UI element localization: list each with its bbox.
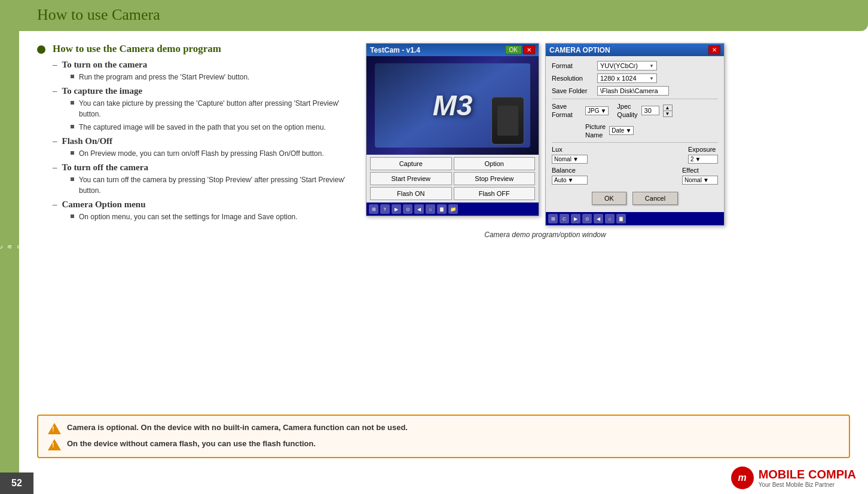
- flash-on-button[interactable]: Flash ON: [370, 187, 452, 200]
- taskbar-icon-5: ⌂: [426, 204, 435, 214]
- logo-tagline: Your Best Mobile Biz Partner: [759, 481, 856, 488]
- stop-preview-button[interactable]: Stop Preview: [454, 172, 536, 185]
- sub-item-4: To turn off the camera You can turn off …: [53, 162, 354, 196]
- bullet-text: Run the program and press the 'Start Pre…: [79, 72, 249, 82]
- save-folder-row: Save Folder \Flash Disk\Camera: [552, 86, 718, 96]
- logo-brand-colored: MOBILE: [759, 468, 805, 481]
- main-heading: How to use the Camera demo program: [53, 43, 221, 55]
- main-content: How to use Camera How to use the Camera …: [19, 0, 868, 494]
- bullet-text: The captured image will be saved in the …: [79, 122, 326, 133]
- sub-item-3: Flash On/Off On Preview mode, you can tu…: [53, 136, 354, 159]
- warning-triangle-icon-2: [48, 439, 61, 450]
- warning-triangle-icon: [48, 423, 61, 434]
- jpeg-quality-spinner[interactable]: ▲ ▼: [663, 105, 673, 117]
- balance-col: Balance Auto ▼: [552, 167, 588, 185]
- option-titlebar: CAMERA OPTION ✕: [546, 44, 724, 56]
- warning-item-1: Camera is optional. On the device with n…: [48, 422, 839, 435]
- sub-item-5: Camera Option menu On option menu, you c…: [53, 200, 354, 222]
- screenshots-row: TestCam - v1.4 OK ✕ M3: [366, 43, 725, 226]
- option-taskbar-icon-2: ▶: [571, 214, 580, 223]
- jpeg-quality-input[interactable]: 30: [641, 106, 659, 115]
- m3-logo: M3: [433, 89, 473, 122]
- bullet-item: On option menu, you can set the settings…: [71, 211, 354, 222]
- option-close-button[interactable]: ✕: [708, 45, 720, 54]
- format-select[interactable]: YUV(YCbCr) ▼: [597, 61, 657, 70]
- option-ok-button[interactable]: OK: [592, 192, 626, 205]
- option-taskbar-icon-1: C: [560, 214, 569, 223]
- start-preview-button[interactable]: Start Preview: [370, 172, 452, 185]
- lux-label: Lux: [552, 146, 588, 153]
- quality-down-icon[interactable]: ▼: [664, 111, 672, 116]
- effect-label: Effect: [682, 167, 718, 174]
- option-taskbar-icon-3: ⊙: [582, 214, 592, 223]
- format-label: Format: [552, 62, 594, 69]
- footer: m MOBILE COMPIA Your Best Mobile Biz Par…: [19, 464, 868, 494]
- bullet-item: Run the program and press the 'Start Pre…: [71, 72, 354, 82]
- warning-item-2: On the device without camera flash, you …: [48, 438, 839, 451]
- exposure-value: 2: [690, 156, 694, 162]
- effect-select[interactable]: Nomal ▼: [682, 176, 718, 185]
- titlebar-ok-button[interactable]: OK: [505, 45, 522, 54]
- warning-icon-2: [48, 438, 61, 451]
- sidebar: U s a g e o f S c a n n e r / C a m e r …: [0, 0, 19, 494]
- option-taskbar: ⊞ C ▶ ⊙ ◀ ⌂ 📋: [546, 212, 724, 225]
- sub-heading-4: To turn off the camera: [53, 162, 354, 173]
- option-cancel-button[interactable]: Cancel: [632, 192, 678, 205]
- save-format-label: SaveFormat: [552, 102, 582, 119]
- camera-preview-inner: M3: [375, 63, 530, 147]
- option-divider-1: [552, 99, 718, 99]
- bullet-square: [71, 101, 74, 105]
- sub-heading-5: Camera Option menu: [53, 200, 354, 210]
- bullet-text: On option menu, you can set the settings…: [79, 211, 298, 222]
- lux-value: Nomal: [554, 156, 571, 162]
- logo-area: m MOBILE COMPIA Your Best Mobile Biz Par…: [731, 467, 856, 489]
- sub-heading-2: To capture the image: [53, 86, 354, 96]
- save-folder-label: Save Folder: [552, 87, 594, 94]
- resolution-select[interactable]: 1280 x 1024 ▼: [597, 73, 657, 83]
- picture-name-select[interactable]: Date ▼: [609, 126, 634, 135]
- sub-items: To turn on the camera Run the program an…: [53, 60, 354, 222]
- bullet-text: On Preview mode, you can turn on/off Fla…: [79, 148, 324, 159]
- bullet-square: [71, 75, 74, 78]
- taskbar-icon-7: 📁: [448, 204, 458, 214]
- balance-select[interactable]: Auto ▼: [552, 176, 588, 185]
- testcam-taskbar: ⊞ T ▶ ⊙ ◀ ⌂ 📋 📁: [366, 202, 539, 216]
- bullet-text: You can turn off the camera by pressing …: [79, 174, 354, 196]
- option-taskbar-icon-5: ⌂: [605, 214, 615, 223]
- exposure-select[interactable]: 2 ▼: [688, 155, 718, 164]
- quality-up-icon[interactable]: ▲: [664, 105, 672, 111]
- save-folder-input[interactable]: \Flash Disk\Camera: [597, 86, 669, 96]
- logo-brand: MOBILE COMPIA: [759, 468, 856, 481]
- option-button[interactable]: Option: [454, 157, 536, 170]
- logo-brand-rest: COMPIA: [808, 468, 856, 481]
- option-taskbar-icon-6: 📋: [616, 214, 626, 223]
- capture-button[interactable]: Capture: [370, 157, 452, 170]
- save-format-select[interactable]: JPG ▼: [585, 106, 609, 115]
- bullet-items-5: On option menu, you can set the settings…: [71, 211, 354, 222]
- bullet-dot: [37, 45, 45, 54]
- header: How to use Camera: [19, 0, 868, 31]
- bullet-items-2: You can take picture by pressing the 'Ca…: [71, 98, 354, 133]
- bullet-square: [71, 214, 74, 218]
- resolution-value: 1280 x 1024: [600, 75, 637, 82]
- camera-controls: Capture Option Start Preview Stop Previe…: [366, 155, 539, 202]
- phone-screen-mini: [497, 106, 518, 136]
- bullet-items-1: Run the program and press the 'Start Pre…: [71, 72, 354, 82]
- picture-name-row: PictureName Date ▼: [585, 122, 718, 140]
- format-row: Format YUV(YCbCr) ▼: [552, 61, 718, 70]
- taskbar-start-icon: ⊞: [369, 204, 378, 214]
- testcam-title: TestCam - v1.4: [370, 46, 420, 54]
- flash-off-button[interactable]: Flash OFF: [454, 187, 536, 200]
- lux-select[interactable]: Nomal ▼: [552, 155, 588, 164]
- sub-item-2: To capture the image You can take pictur…: [53, 86, 354, 133]
- resolution-label: Resolution: [552, 75, 594, 82]
- sub-heading-3: Flash On/Off: [53, 136, 354, 146]
- bullet-item: You can take picture by pressing the 'Ca…: [71, 98, 354, 119]
- bullet-items-3: On Preview mode, you can turn on/off Fla…: [71, 148, 354, 159]
- bullet-item: On Preview mode, you can turn on/off Fla…: [71, 148, 354, 159]
- option-title: CAMERA OPTION: [549, 46, 610, 54]
- exposure-col: Exposure 2 ▼: [688, 146, 718, 164]
- lux-col: Lux Nomal ▼: [552, 146, 588, 164]
- option-body: Format YUV(YCbCr) ▼ Resolution 1280 x 10…: [546, 56, 724, 212]
- titlebar-close-button[interactable]: ✕: [523, 45, 535, 54]
